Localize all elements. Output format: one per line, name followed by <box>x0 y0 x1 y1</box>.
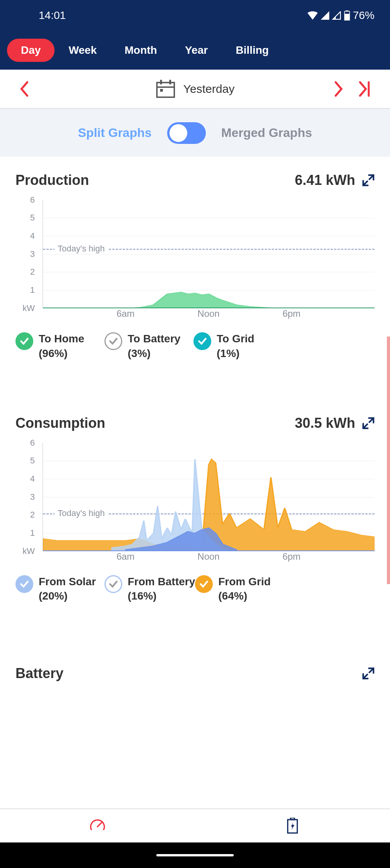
expand-icon[interactable] <box>362 667 375 680</box>
system-nav-bar <box>0 842 390 868</box>
date-navigator: Yesterday <box>0 70 390 108</box>
tab-month[interactable]: Month <box>111 39 171 62</box>
next-day-button[interactable] <box>334 81 344 97</box>
consumption-legend-item[interactable]: From Solar(20%) <box>15 574 104 604</box>
status-bar: 14:01 76% <box>0 0 390 31</box>
date-label: Yesterday <box>183 82 234 96</box>
svg-rect-2 <box>344 14 349 21</box>
expand-icon[interactable] <box>362 174 375 186</box>
production-legend: To Home(96%)To Battery(3%)To Grid(1%) <box>15 331 375 369</box>
production-legend-item[interactable]: To Grid(1%) <box>193 331 282 361</box>
gauge-icon <box>89 817 106 834</box>
svg-rect-6 <box>169 80 171 84</box>
tab-billing[interactable]: Billing <box>222 39 283 62</box>
battery-icon <box>344 10 351 21</box>
wifi-icon <box>307 11 318 20</box>
battery-nav-icon <box>286 818 299 834</box>
tab-year[interactable]: Year <box>171 39 222 62</box>
svg-rect-3 <box>157 82 174 97</box>
tab-week[interactable]: Week <box>55 39 111 62</box>
prev-day-button[interactable] <box>19 81 29 97</box>
merged-graphs-label[interactable]: Merged Graphs <box>221 126 312 140</box>
svg-line-9 <box>98 822 102 827</box>
svg-rect-5 <box>160 80 162 84</box>
nav-dashboard-button[interactable] <box>0 809 195 842</box>
status-icons: 76% <box>307 9 375 22</box>
consumption-legend-item[interactable]: From Grid(64%) <box>195 574 284 604</box>
consumption-chart[interactable]: 654321kW Today's high 6amNoon6pm <box>15 443 375 567</box>
graph-mode-switch[interactable] <box>167 122 206 144</box>
signal-icon <box>320 11 330 20</box>
calendar-icon <box>156 80 176 98</box>
production-legend-item[interactable]: To Battery(3%) <box>104 331 193 361</box>
period-tabs: Day Week Month Year Billing <box>0 31 390 70</box>
battery-title: Battery <box>15 665 63 682</box>
production-section: Production 6.41 kWh 654321kW Today's hig… <box>0 157 390 369</box>
production-title: Production <box>15 172 89 188</box>
consumption-legend: From Solar(20%)From Battery(16%)From Gri… <box>15 574 375 612</box>
status-time: 14:01 <box>39 9 66 22</box>
tab-day[interactable]: Day <box>7 39 55 62</box>
battery-pct: 76% <box>353 9 375 22</box>
signal-icon-2 <box>332 11 341 20</box>
jump-latest-button[interactable] <box>359 81 371 97</box>
nav-battery-button[interactable] <box>195 809 390 842</box>
expand-icon[interactable] <box>362 417 375 429</box>
bottom-nav <box>0 808 390 842</box>
production-legend-item[interactable]: To Home(96%) <box>15 331 104 361</box>
consumption-title: Consumption <box>15 415 105 431</box>
consumption-legend-item[interactable]: From Battery(16%) <box>104 574 195 604</box>
battery-section: Battery <box>0 650 390 682</box>
svg-rect-7 <box>160 89 163 92</box>
graph-mode-toggle: Split Graphs Merged Graphs <box>0 108 390 157</box>
production-value: 6.41 kWh <box>295 172 355 188</box>
consumption-section: Consumption 30.5 kWh 654321kW Today's hi… <box>0 400 390 612</box>
consumption-value: 30.5 kWh <box>295 415 355 431</box>
split-graphs-label[interactable]: Split Graphs <box>78 126 152 140</box>
production-chart[interactable]: 654321kW Today's high 6amNoon6pm <box>15 200 375 324</box>
